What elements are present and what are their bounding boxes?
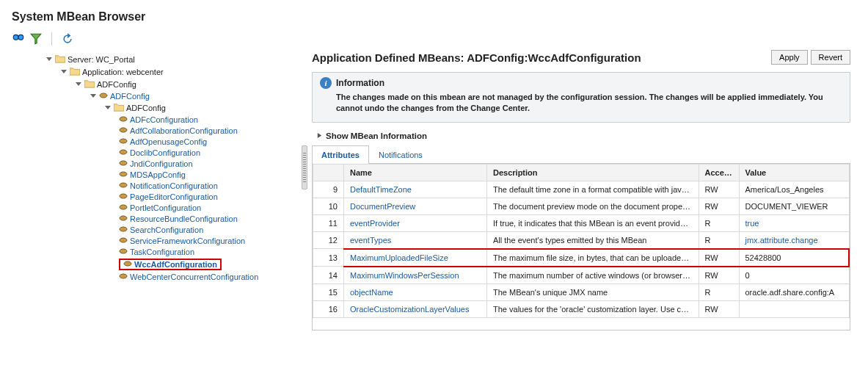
refresh-icon[interactable] (61, 32, 74, 46)
value-link[interactable]: jmx.attribute.change (745, 236, 818, 245)
attr-link[interactable]: MaximumUploadedFileSize (350, 253, 448, 262)
collapse-icon[interactable] (104, 104, 112, 112)
collapse-icon[interactable] (60, 68, 68, 76)
info-heading: Information (336, 78, 384, 88)
tree-leaf[interactable]: JndiConfiguration (119, 158, 306, 169)
cell-access: RW (699, 267, 739, 284)
tree-node-server[interactable]: Server: WC_Portal (45, 53, 306, 65)
attr-link[interactable]: eventTypes (350, 236, 391, 245)
cell-value (739, 300, 849, 317)
tab-attributes[interactable]: Attributes (312, 145, 369, 164)
tree-leaf-label: PageEditorConfiguration (130, 192, 218, 201)
table-row[interactable]: 14MaximumWindowsPerSessionThe maximum nu… (313, 267, 850, 284)
cell-access: R (699, 284, 739, 300)
table-row[interactable]: 15objectNameThe MBean's unique JMX nameR… (313, 284, 850, 300)
tree-node-adfconfig-folder[interactable]: ADFConfig (104, 101, 306, 114)
cell-index: 9 (313, 181, 344, 198)
svg-point-15 (120, 249, 127, 253)
table-row[interactable]: 16OracleCustomizationLayerValuesThe valu… (313, 300, 850, 317)
cell-name: MaximumUploadedFileSize (344, 249, 487, 267)
col-idx[interactable] (313, 164, 344, 181)
tree-leaf-label: DoclibConfiguration (130, 148, 200, 157)
collapse-icon[interactable] (45, 56, 53, 63)
tree-leaf[interactable]: DoclibConfiguration (119, 147, 306, 158)
tree-node-label: ADFConfig (110, 92, 150, 101)
tree-leaf[interactable]: MDSAppConfig (119, 169, 306, 180)
bean-icon (119, 115, 128, 124)
attr-link[interactable]: DocumentPreview (350, 202, 415, 211)
svg-point-13 (120, 227, 127, 231)
table-row[interactable]: 13MaximumUploadedFileSizeThe maximum fil… (313, 249, 850, 267)
value-text: oracle.adf.share.config:A (745, 288, 835, 297)
tree-leaf[interactable]: AdfCollaborationConfiguration (119, 125, 306, 136)
horizontal-scrollbar[interactable] (313, 318, 850, 330)
attr-link[interactable]: OracleCustomizationLayerValues (350, 305, 469, 314)
folder-icon (84, 79, 95, 90)
svg-point-9 (120, 183, 127, 187)
tree-node-app[interactable]: Application: webcenter (60, 65, 306, 78)
tree-leaf-label: SearchConfiguration (130, 225, 203, 234)
svg-point-10 (120, 194, 127, 198)
bean-icon (119, 214, 128, 223)
tree-leaf-label: ServiceFrameworkConfiguration (130, 236, 245, 245)
col-access[interactable]: Access (699, 164, 739, 181)
svg-point-11 (120, 205, 127, 209)
attr-link[interactable]: eventProvider (350, 219, 400, 228)
attr-link[interactable]: objectName (350, 288, 393, 297)
revert-button[interactable]: Revert (811, 50, 850, 65)
bean-icon (119, 137, 128, 146)
collapse-icon[interactable] (90, 93, 97, 100)
table-row[interactable]: 9DefaultTimeZoneThe default time zone in… (313, 181, 850, 198)
expand-icon (316, 131, 323, 140)
tab-notifications[interactable]: Notifications (369, 145, 432, 164)
tree-leaf[interactable]: TaskConfiguration (119, 246, 306, 257)
table-row[interactable]: 10DocumentPreviewThe document preview mo… (313, 198, 850, 214)
tree-node-adfconfig-link[interactable]: ADFConfig (90, 90, 306, 101)
tree-leaf[interactable]: ServiceFrameworkConfiguration (119, 235, 306, 246)
col-value[interactable]: Value (739, 164, 849, 181)
table-row[interactable]: 11eventProviderIf true, it indicates tha… (313, 214, 850, 231)
tree-leaf[interactable]: WebCenterConcurrentConfiguration (119, 271, 306, 282)
tree-leaf[interactable]: ResourceBundleConfiguration (119, 213, 306, 224)
table-row[interactable]: 12eventTypesAll the event's types emitte… (313, 231, 850, 249)
svg-point-12 (120, 216, 127, 220)
filter-icon[interactable] (29, 32, 43, 46)
cell-value: 52428800 (739, 249, 849, 267)
splitter-handle[interactable] (302, 145, 307, 189)
col-description[interactable]: Description (487, 164, 699, 181)
attr-link[interactable]: DefaultTimeZone (350, 185, 412, 194)
apply-button[interactable]: Apply (771, 50, 808, 65)
tree-node-adfconfig[interactable]: ADFConfig (75, 78, 306, 90)
tree-leaf-label: ADFcConfiguration (130, 115, 198, 124)
bean-icon (119, 203, 128, 212)
tree-leaf[interactable]: NotificationConfiguration (119, 180, 306, 191)
cell-name: OracleCustomizationLayerValues (344, 300, 487, 317)
cell-description: The document preview mode on the documen… (487, 198, 699, 214)
tree-leaf-label: AdfCollaborationConfiguration (130, 126, 238, 135)
attr-link[interactable]: MaximumWindowsPerSession (350, 271, 459, 280)
svg-point-14 (120, 238, 127, 242)
cell-name: eventProvider (344, 214, 487, 231)
page-title: System MBean Browser (9, 6, 859, 31)
tree-leaf[interactable]: PageEditorConfiguration (119, 191, 306, 202)
bean-icon (119, 225, 128, 234)
show-mbean-info-toggle[interactable]: Show MBean Information (316, 131, 850, 140)
value-link[interactable]: true (745, 219, 759, 228)
find-icon[interactable] (12, 32, 25, 46)
bean-icon (123, 260, 132, 269)
cell-access: RW (699, 300, 739, 317)
tree-leaf[interactable]: AdfOpenusageConfig (119, 136, 306, 147)
value-text: 52428800 (745, 253, 781, 262)
svg-point-1 (18, 35, 23, 40)
collapse-icon[interactable] (75, 81, 82, 88)
tree-leaf[interactable]: SearchConfiguration (119, 224, 306, 235)
tree-leaf-label: JndiConfiguration (130, 159, 193, 168)
svg-point-6 (120, 150, 127, 154)
cell-index: 11 (313, 214, 344, 231)
tree-leaf[interactable]: ADFcConfiguration (119, 114, 306, 125)
tree-leaf[interactable]: WccAdfConfiguration (119, 257, 306, 271)
col-name[interactable]: Name (344, 164, 487, 181)
bean-icon (119, 248, 128, 256)
svg-point-5 (120, 139, 127, 143)
tree-leaf[interactable]: PortletConfiguration (119, 202, 306, 213)
